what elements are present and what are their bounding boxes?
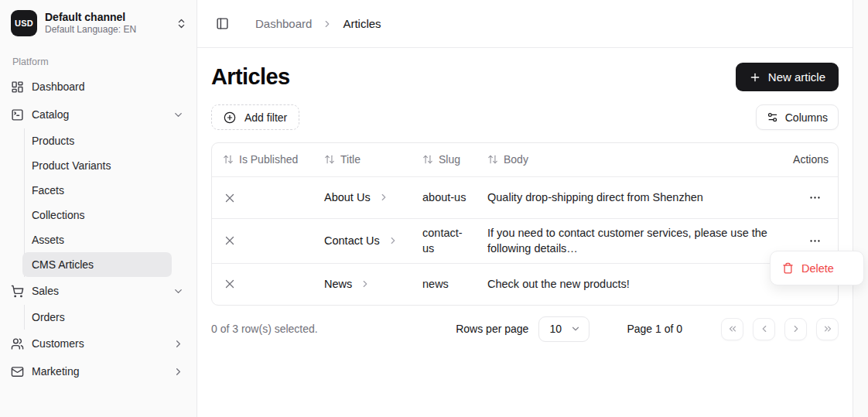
page-content: Articles New article Add filter [197,48,853,342]
panel-left-icon [216,17,229,30]
sidebar-item-label: Product Variants [32,159,111,172]
rows-per-page-label: Rows per page [456,323,528,335]
page-info-text: Page 1 of 0 [627,323,682,335]
sidebar-item-label: Marketing [32,365,79,378]
app-root: USD Default channel Default Language: EN… [0,0,868,417]
x-icon [223,191,306,205]
ellipsis-icon [808,191,822,204]
breadcrumb-dashboard[interactable]: Dashboard [255,17,312,30]
rows-per-page-select[interactable]: 10 [538,316,589,342]
sidebar-item-orders[interactable]: Orders [25,305,172,330]
row-actions-button[interactable] [805,231,825,251]
channel-switcher[interactable]: USD Default channel Default Language: EN [0,0,196,44]
column-header-is-published[interactable]: Is Published [212,149,315,171]
sidebar-item-label: Dashboard [32,80,85,93]
sort-arrows-icon [487,154,498,165]
sidebar-item-facets[interactable]: Facets [25,178,172,203]
column-header-label: Actions [793,152,829,167]
table-header-row: Is Published Title Slug [212,143,838,176]
x-icon [223,234,306,248]
square-terminal-icon [11,108,24,121]
previous-page-button[interactable] [753,318,775,340]
table-footer: 0 of 3 row(s) selected. Rows per page 10… [211,316,839,342]
sidebar-item-assets[interactable]: Assets [25,227,172,252]
sidebar-item-collections[interactable]: Collections [25,203,172,227]
row-context-menu: Delete [770,251,864,285]
sidebar-item-label: Collections [32,209,84,221]
article-body: If you need to contact customer services… [478,219,781,263]
article-title-link[interactable]: Contact Us [315,227,413,255]
article-body: Check out the new products! [478,270,781,298]
sidebar-item-catalog[interactable]: Catalog [11,101,186,128]
chevron-right-icon [388,235,398,246]
chevron-left-icon [759,323,770,334]
is-published-cell [212,227,315,254]
table-row: Contact Us contact-us If you need to con… [212,218,838,263]
chevrons-up-down-icon [176,18,187,29]
actions-cell [781,182,838,214]
next-page-button[interactable] [784,318,807,340]
is-published-cell [212,185,315,211]
is-published-cell [212,271,315,297]
sidebar-item-label: Orders [32,311,65,323]
trash-icon [782,262,794,274]
main-area: Dashboard Articles Articles New article [197,0,853,417]
sidebar-item-sales[interactable]: Sales [11,277,186,305]
chevron-right-icon [360,279,371,289]
new-article-label: New article [768,70,825,84]
columns-button[interactable]: Columns [756,104,839,130]
sidebar-nav: Dashboard Catalog Products Product Varia… [0,73,196,385]
sidebar-item-label: Catalog [32,108,69,121]
channel-info: Default channel Default Language: EN [45,10,168,36]
sidebar-item-label: Customers [32,337,84,350]
shopping-cart-icon [11,285,24,298]
x-icon [223,277,306,291]
column-header-label: Is Published [239,152,298,167]
sidebar-item-label: Assets [32,234,64,246]
sidebar-item-product-variants[interactable]: Product Variants [25,153,172,178]
article-title-link[interactable]: About Us [315,183,413,211]
chevron-right-icon [173,366,184,378]
chevron-right-icon [322,19,333,29]
sidebar-item-label: CMS Articles [32,258,94,271]
delete-menu-item[interactable]: Delete [774,255,860,282]
column-header-slug[interactable]: Slug [413,149,478,171]
sidebar-toggle-button[interactable] [211,13,233,35]
mail-icon [11,365,24,378]
right-gutter [853,0,868,417]
column-header-title[interactable]: Title [315,149,413,171]
last-page-button[interactable] [816,318,839,340]
plus-icon [749,71,761,84]
column-header-label: Body [504,152,528,167]
first-page-button[interactable] [721,318,743,340]
article-slug: about-us [413,183,478,211]
sidebar-item-dashboard[interactable]: Dashboard [11,73,186,101]
article-title: About Us [324,190,371,205]
new-article-button[interactable]: New article [736,63,839,91]
row-actions-button[interactable] [805,188,825,207]
article-body: Quality drop-shipping direct from Shenzh… [478,183,781,211]
delete-menu-label: Delete [801,262,834,275]
article-title-link[interactable]: News [315,270,413,298]
sidebar-item-marketing[interactable]: Marketing [11,357,186,385]
article-slug: news [413,270,478,298]
chevron-down-icon [173,109,184,121]
rows-per-page-value: 10 [549,323,562,335]
sidebar-item-customers[interactable]: Customers [11,330,186,357]
topbar: Dashboard Articles [197,0,853,48]
table-row: News news Check out the new products! [212,263,838,305]
chevron-right-icon [791,323,801,334]
layout-dashboard-icon [11,80,24,94]
add-filter-button[interactable]: Add filter [211,104,299,130]
chevrons-left-icon [727,323,738,334]
column-header-label: Title [340,152,361,167]
sidebar-item-cms-articles[interactable]: CMS Articles [22,252,172,277]
sidebar-item-products[interactable]: Products [25,128,172,153]
breadcrumb-articles: Articles [343,17,381,30]
column-header-body[interactable]: Body [478,149,781,171]
articles-table: Is Published Title Slug [211,142,839,306]
column-header-label: Slug [439,152,460,167]
sort-arrows-icon [324,154,335,165]
sidebar-item-label: Sales [32,285,59,297]
column-header-actions: Actions [781,149,838,171]
